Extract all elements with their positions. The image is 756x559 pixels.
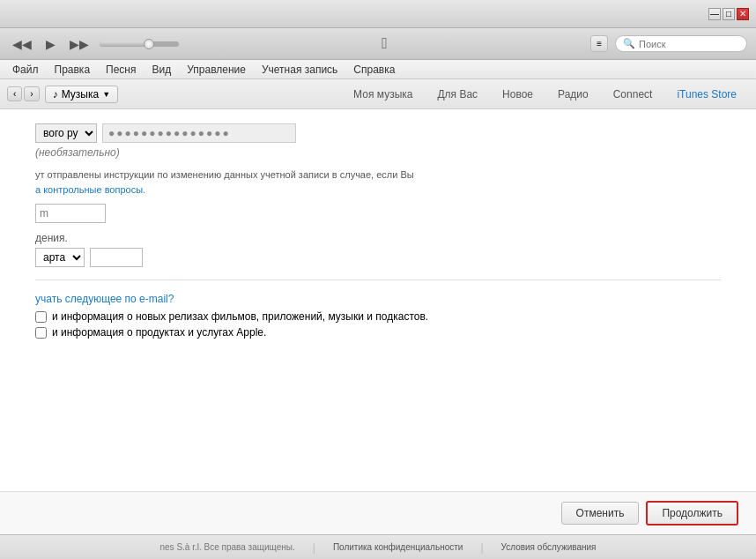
obscured-value: ●●●●●●●●●●●●●●● — [108, 127, 231, 139]
playback-bar: ◀◀ ▶ ▶▶  ≡ 🔍 — [0, 28, 756, 60]
footer-copyright: nes S.à r.l. Все права защищены. — [160, 542, 295, 552]
footer-privacy[interactable]: Политика конфиденциальности — [333, 542, 463, 552]
tab-itunes-store[interactable]: iTunes Store — [664, 84, 749, 105]
short-input[interactable] — [35, 204, 106, 223]
prev-button[interactable]: ◀◀ — [9, 35, 35, 53]
checkbox-label-2: и информация о продуктах и услугах Apple… — [52, 326, 266, 339]
library-icon: ♪ — [53, 88, 58, 101]
menu-help[interactable]: Справка — [346, 62, 402, 78]
tab-connect[interactable]: Connect — [601, 84, 665, 105]
menu-edit[interactable]: Правка — [48, 62, 98, 78]
search-input[interactable] — [639, 39, 739, 49]
continue-button[interactable]: Продолжить — [646, 501, 738, 525]
question-text: учать следующее по e-mail? — [35, 293, 721, 305]
content-inner: вого ру ●●●●●●●●●●●●●●● (необязательно) … — [0, 109, 756, 491]
info-text-1: ут отправлены инструкции по изменению да… — [35, 168, 721, 197]
progress-fill — [100, 41, 147, 47]
menu-file[interactable]: Файл — [5, 62, 46, 78]
minimize-button[interactable]: — — [708, 8, 721, 20]
obscured-field: ●●●●●●●●●●●●●●● — [102, 123, 296, 143]
birth-row: дения. арта 1992 — [35, 232, 721, 267]
tab-new[interactable]: Новое — [490, 84, 545, 105]
progress-knob[interactable] — [144, 39, 154, 49]
close-button[interactable]: ✕ — [737, 8, 749, 20]
menu-icon-button[interactable]: ≡ — [590, 35, 608, 52]
apple-logo:  — [186, 34, 583, 53]
year-input[interactable]: 1992 — [90, 248, 143, 267]
nav-bar: ‹ › ♪ Музыка ▼ Моя музыка Для Вас Новое … — [0, 79, 756, 109]
nav-forward[interactable]: › — [24, 86, 39, 101]
info-link[interactable]: а контрольные вопросы. — [35, 184, 145, 195]
menu-view[interactable]: Вид — [145, 62, 179, 78]
short-input-row — [35, 204, 721, 223]
button-row: Отменить Продолжить — [0, 491, 756, 534]
separator — [35, 280, 721, 280]
library-label: Музыка — [62, 88, 99, 101]
month-select[interactable]: арта — [35, 248, 85, 267]
play-button[interactable]: ▶ — [42, 35, 59, 53]
nav-back[interactable]: ‹ — [7, 86, 22, 101]
footer-sep-1: | — [313, 541, 315, 554]
cancel-button[interactable]: Отменить — [561, 502, 640, 525]
footer-terms[interactable]: Условия обслуживания — [501, 542, 597, 552]
checkbox-1[interactable] — [35, 311, 47, 323]
progress-bar[interactable] — [100, 41, 179, 47]
footer-bar: nes S.à r.l. Все права защищены. | Полит… — [0, 534, 756, 559]
top-input-row: вого ру ●●●●●●●●●●●●●●● — [35, 123, 721, 143]
tab-my-music[interactable]: Моя музыка — [341, 84, 425, 105]
menu-song[interactable]: Песня — [99, 62, 143, 78]
title-bar: — □ ✕ — [0, 0, 756, 28]
window-controls[interactable]: — □ ✕ — [708, 8, 749, 20]
checkbox-row-1: и информация о новых релизах фильмов, пр… — [35, 310, 721, 323]
tab-for-you[interactable]: Для Вас — [425, 84, 490, 105]
nav-tabs: Моя музыка Для Вас Новое Радио Connect i… — [341, 84, 749, 105]
main-content: вого ру ●●●●●●●●●●●●●●● (необязательно) … — [0, 109, 756, 534]
footer-sep-2: | — [480, 541, 483, 554]
date-row: арта 1992 — [35, 248, 721, 267]
next-button[interactable]: ▶▶ — [66, 35, 93, 53]
question-link[interactable]: учать следующее по e-mail? — [35, 293, 174, 305]
optional-label: (необязательно) — [35, 146, 721, 159]
checkbox-row-2: и информация о продуктах и услугах Apple… — [35, 326, 721, 339]
country-dropdown[interactable]: вого ру — [35, 123, 97, 143]
checkbox-2[interactable] — [35, 327, 47, 339]
nav-arrows[interactable]: ‹ › — [7, 86, 40, 101]
search-bar[interactable]: 🔍 — [615, 35, 747, 52]
menu-bar: Файл Правка Песня Вид Управление Учетная… — [0, 60, 756, 79]
maximize-button[interactable]: □ — [723, 8, 735, 20]
library-selector[interactable]: ♪ Музыка ▼ — [45, 86, 118, 103]
tab-radio[interactable]: Радио — [545, 84, 601, 105]
info-text-line1: ут отправлены инструкции по изменению да… — [35, 169, 414, 180]
birth-label: дения. — [35, 232, 721, 244]
checkbox-label-1: и информация о новых релизах фильмов, пр… — [52, 310, 428, 323]
menu-manage[interactable]: Управление — [180, 62, 253, 78]
library-chevron: ▼ — [102, 90, 110, 99]
menu-account[interactable]: Учетная запись — [255, 62, 345, 78]
search-icon: 🔍 — [623, 38, 635, 49]
